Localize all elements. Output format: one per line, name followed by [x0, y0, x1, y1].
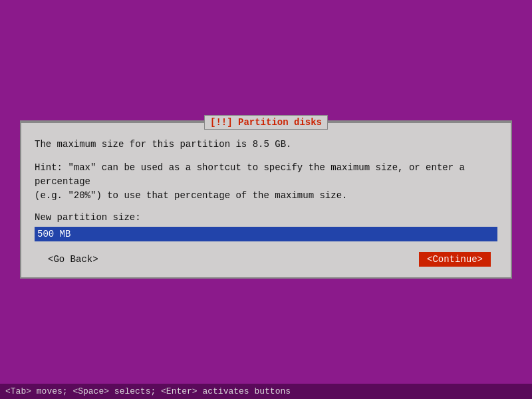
message-line1: The maximum size for this partition is 8… [35, 138, 497, 152]
buttons-row: <Go Back> <Continue> [35, 252, 497, 267]
go-back-button[interactable]: <Go Back> [41, 252, 105, 267]
partition-size-input[interactable] [35, 227, 497, 241]
title-line-right [328, 122, 511, 123]
hint-line3: (e.g. "20%") to use that percentage of t… [35, 190, 347, 201]
status-bar-text: <Tab> moves; <Space> selects; <Enter> ac… [5, 386, 291, 396]
message-hint: Hint: "max" can be used as a shortcut to… [35, 161, 497, 203]
status-bar: <Tab> moves; <Space> selects; <Enter> ac… [0, 384, 532, 399]
dialog-title-bar: [!!] Partition disks [21, 115, 511, 130]
hint-line2: Hint: "max" can be used as a shortcut to… [35, 162, 465, 187]
title-line-left [21, 122, 204, 123]
dialog-window: [!!] Partition disks The maximum size fo… [20, 120, 512, 279]
continue-button[interactable]: <Continue> [419, 252, 491, 267]
dialog-title: [!!] Partition disks [204, 115, 328, 130]
dialog-content: The maximum size for this partition is 8… [21, 122, 511, 277]
partition-size-label: New partition size: [35, 212, 497, 223]
